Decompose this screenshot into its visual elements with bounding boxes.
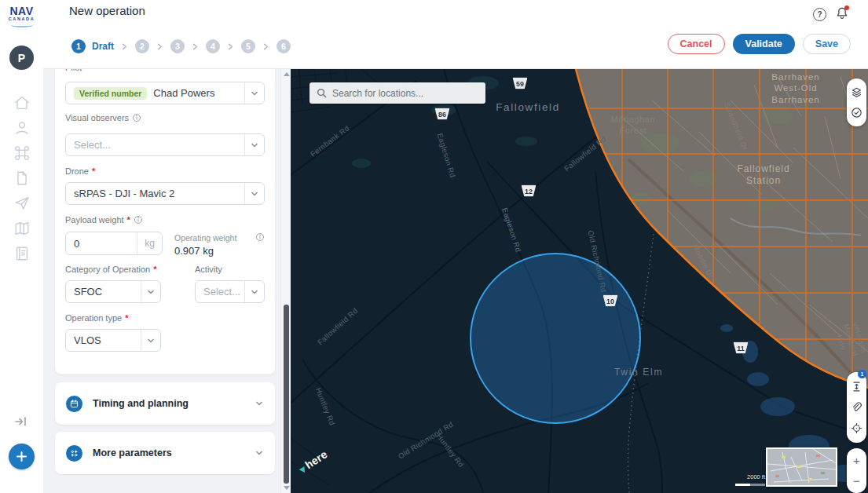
map-canvas[interactable] (291, 69, 868, 493)
altitude-badge: 1 (858, 370, 866, 378)
send-icon[interactable] (13, 195, 31, 212)
zoom-out-button[interactable]: − (847, 475, 866, 487)
map-scale-label: 2000 ft (721, 473, 765, 480)
category-value: SFOC (66, 286, 141, 298)
notification-dot (844, 5, 849, 10)
new-operation-page: NAV CANADA P (0, 0, 868, 493)
document-icon[interactable] (13, 170, 31, 187)
drone-select[interactable]: sRPAS - DJI - Mavic 2 (65, 182, 265, 205)
page-title: New operation (69, 4, 145, 17)
map-search (309, 82, 485, 104)
scroll-up-arrow-icon[interactable] (284, 72, 290, 76)
step-4[interactable]: 4 (206, 39, 220, 53)
step-1-label: Draft (92, 41, 114, 52)
map-zoom-controls: + − (847, 448, 866, 493)
step-5[interactable]: 5 (241, 39, 255, 53)
verified-number-badge: Verified number (74, 87, 147, 100)
activity-placeholder: Select... (196, 286, 244, 298)
calendar-icon (66, 396, 82, 412)
home-icon[interactable] (13, 94, 31, 111)
step-2[interactable]: 2 (135, 39, 149, 53)
chevron-down-icon[interactable] (141, 330, 160, 351)
logo-text-nav: NAV (0, 5, 43, 16)
pilot-label: Pilot* (65, 69, 89, 72)
scroll-down-arrow-icon[interactable] (284, 486, 290, 490)
logbook-icon[interactable] (13, 245, 31, 262)
operation-area-circle[interactable] (471, 254, 640, 423)
operation-type-value: VLOS (66, 334, 141, 346)
activity-label: Activity (195, 265, 222, 274)
search-input[interactable] (332, 88, 478, 99)
chevron-right-icon (191, 42, 200, 51)
altitude-icon[interactable] (850, 380, 863, 393)
sidebar-nav (0, 94, 43, 262)
step-6[interactable]: 6 (277, 39, 291, 53)
operation-type-select[interactable]: VLOS (65, 329, 161, 352)
scrollbar-thumb[interactable] (284, 305, 289, 484)
visual-observers-select[interactable]: Select... (65, 133, 265, 156)
info-icon[interactable] (134, 215, 143, 225)
activity-select[interactable]: Select... (195, 280, 265, 303)
notifications-bell-icon[interactable] (834, 5, 850, 21)
map-icon[interactable] (13, 220, 31, 237)
pilot-select[interactable]: Verified number Chad Powers (65, 82, 265, 104)
avatar[interactable]: P (9, 46, 34, 70)
chevron-down-icon[interactable] (141, 281, 160, 302)
logo-text-canada: CANADA (0, 17, 43, 22)
locate-crosshair-icon[interactable] (850, 422, 863, 435)
chevron-down-icon[interactable] (255, 448, 264, 458)
drone-icon[interactable] (13, 144, 31, 162)
user-icon[interactable] (13, 119, 31, 137)
pilot-value: Verified number Chad Powers (66, 87, 244, 100)
info-icon[interactable] (255, 232, 265, 242)
map-layer-controls (847, 79, 866, 126)
header-actions: Cancel Validate Save (668, 34, 851, 54)
payload-unit: kg (137, 232, 162, 254)
category-select[interactable]: SFOC (65, 280, 161, 303)
chevron-down-icon[interactable] (255, 399, 264, 408)
step-1[interactable]: 1 (71, 39, 86, 53)
logo-swoosh (11, 23, 33, 27)
measure-paperclip-icon[interactable] (850, 400, 863, 414)
visual-observers-label: Visual observers (65, 113, 141, 122)
more-parameters-section[interactable]: More parameters (55, 432, 275, 474)
payload-weight-label: Payload weight* (65, 215, 143, 225)
chevron-down-icon[interactable] (244, 134, 264, 155)
form-scrollbar[interactable] (280, 69, 291, 493)
drone-value: sRPAS - DJI - Mavic 2 (66, 188, 244, 199)
category-label: Category of Operation* (65, 265, 157, 274)
chevron-down-icon[interactable] (244, 82, 264, 104)
nav-canada-logo: NAV CANADA (0, 5, 43, 27)
add-operation-button[interactable] (9, 444, 35, 469)
info-icon[interactable] (132, 113, 141, 122)
save-button[interactable]: Save (803, 34, 851, 54)
help-icon[interactable]: ? (813, 8, 826, 21)
search-icon (317, 88, 327, 98)
map-tools (847, 372, 866, 443)
step-3[interactable]: 3 (170, 39, 185, 53)
expand-sidebar-icon[interactable] (14, 415, 28, 428)
zoom-in-button[interactable]: + (847, 455, 866, 466)
payload-weight-input[interactable] (66, 232, 137, 254)
payload-weight-field: kg (65, 232, 163, 255)
chevron-down-icon[interactable] (244, 281, 264, 302)
timing-and-planning-section[interactable]: Timing and planning (55, 382, 275, 425)
header: New operation ? 1 Draft 2 3 4 5 6 Cancel… (43, 0, 868, 69)
chevron-right-icon (156, 42, 164, 51)
drone-label: Drone* (65, 166, 95, 176)
timing-section-title: Timing and planning (93, 398, 255, 409)
operating-weight-value: 0.907 kg (174, 245, 214, 257)
operating-weight-label: Operating weight (174, 233, 236, 243)
cancel-button[interactable]: Cancel (668, 34, 725, 54)
map[interactable]: Fallowfield Monaghan Forest Barrhaven We… (291, 69, 868, 493)
visual-observers-placeholder: Select... (66, 139, 244, 151)
validate-button[interactable]: Validate (733, 34, 795, 54)
chevron-right-icon (262, 42, 270, 51)
map-scale-bar (735, 484, 765, 486)
chevron-down-icon[interactable] (244, 183, 264, 204)
minimap[interactable] (766, 447, 837, 487)
more-parameters-title: More parameters (93, 447, 255, 458)
check-circle-icon[interactable] (850, 106, 863, 119)
chevron-right-icon (226, 42, 235, 51)
layers-icon[interactable] (850, 86, 863, 99)
